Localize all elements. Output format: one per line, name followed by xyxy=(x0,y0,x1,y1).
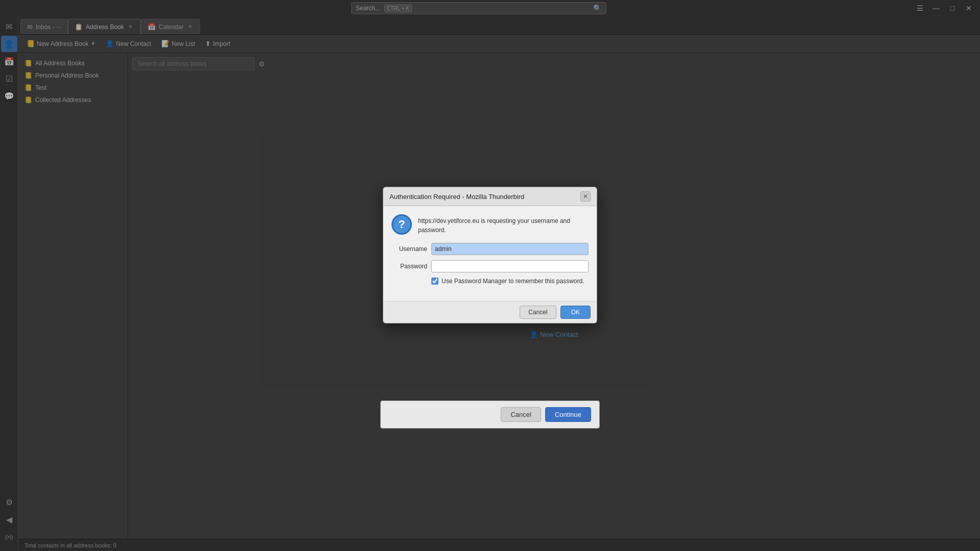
remember-password-row: Use Password Manager to remember this pa… xyxy=(431,278,589,285)
remember-password-label: Use Password Manager to remember this pa… xyxy=(442,278,584,285)
remember-password-checkbox[interactable] xyxy=(431,278,438,285)
auth-dialog-buttons: Cancel OK xyxy=(383,301,597,323)
password-label: Password xyxy=(391,263,427,270)
password-field-row: Password xyxy=(391,260,589,272)
auth-message: https://dev.yetiforce.eu is requesting y… xyxy=(418,214,589,235)
modal-overlay: Cancel Continue Authentication Required … xyxy=(0,0,980,551)
auth-info-row: ? https://dev.yetiforce.eu is requesting… xyxy=(391,214,589,235)
auth-dialog-close-button[interactable]: ✕ xyxy=(580,191,591,202)
auth-dialog: Authentication Required - Mozilla Thunde… xyxy=(383,187,597,323)
username-label: Username xyxy=(391,245,427,253)
auth-dialog-title: Authentication Required - Mozilla Thunde… xyxy=(389,193,524,201)
auth-question-icon: ? xyxy=(391,214,412,235)
password-input[interactable] xyxy=(431,260,589,272)
outer-cancel-button[interactable]: Cancel xyxy=(501,407,541,422)
auth-dialog-header: Authentication Required - Mozilla Thunde… xyxy=(383,187,597,206)
outer-continue-button[interactable]: Continue xyxy=(545,407,591,422)
auth-ok-button[interactable]: OK xyxy=(560,306,591,319)
outer-dialog: Cancel Continue xyxy=(380,400,600,429)
auth-dialog-body: ? https://dev.yetiforce.eu is requesting… xyxy=(383,206,597,301)
username-input[interactable] xyxy=(431,243,589,255)
username-field-row: Username xyxy=(391,243,589,255)
auth-cancel-button[interactable]: Cancel xyxy=(520,306,556,319)
